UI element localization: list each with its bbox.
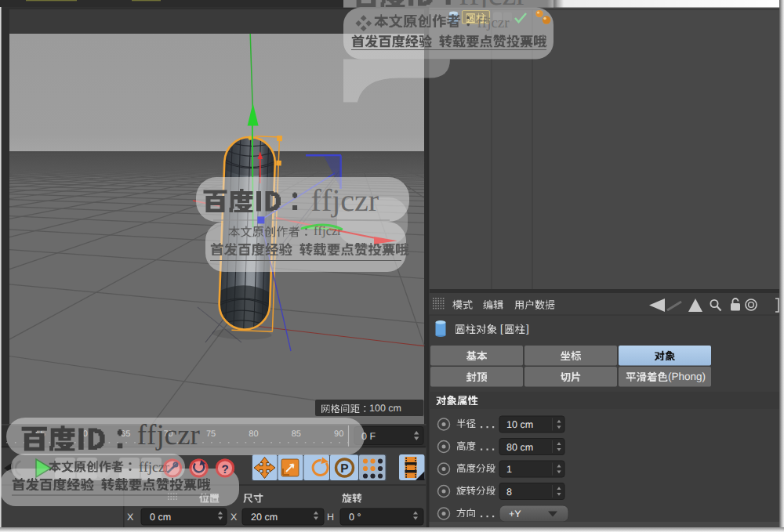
svg-text:?: ? <box>221 463 228 476</box>
svg-text:8: 8 <box>506 487 512 498</box>
svg-text:X: X <box>230 512 238 523</box>
svg-text:ffjczr: ffjczr <box>311 183 379 218</box>
svg-text:P: P <box>340 462 348 476</box>
svg-text:ffjczr: ffjczr <box>137 419 200 451</box>
svg-text:1: 1 <box>506 464 512 475</box>
svg-text:[: [ <box>500 323 503 335</box>
svg-text:]: ] <box>526 323 529 335</box>
svg-text:+Y: +Y <box>509 508 521 519</box>
svg-text:0 cm: 0 cm <box>150 512 171 523</box>
svg-text:H: H <box>327 512 334 523</box>
svg-text:100 cm: 100 cm <box>369 403 401 414</box>
svg-text:0 °: 0 ° <box>349 512 361 523</box>
svg-text:10 cm: 10 cm <box>506 419 533 430</box>
svg-text:80 cm: 80 cm <box>506 442 533 453</box>
svg-text:(Phong): (Phong) <box>668 371 706 382</box>
svg-text:X: X <box>127 512 134 523</box>
svg-text:20 cm: 20 cm <box>251 512 278 523</box>
svg-text:ffjczr: ffjczr <box>477 15 510 31</box>
